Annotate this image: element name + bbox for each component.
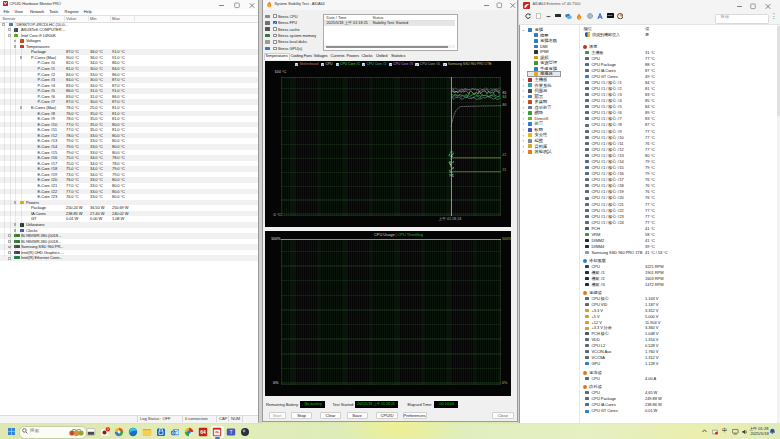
svg-text:64: 64 — [200, 429, 206, 435]
svg-text:T: T — [230, 430, 233, 435]
